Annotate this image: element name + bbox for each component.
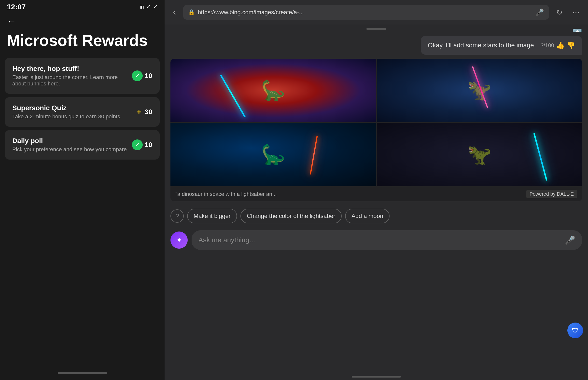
question-icon: ? [171, 209, 184, 223]
floating-action-button[interactable]: 🛡 [567, 323, 583, 338]
input-area: ✦ Ask me anything... 🎤 [165, 227, 588, 257]
ai-message-bubble: Okay, I'll add some stars to the image. … [421, 36, 582, 55]
right-panel: ‹ 🔒 https://www.bing.com/images/create/a… [165, 0, 588, 380]
home-indicator-right [352, 376, 401, 378]
browser-bar: ‹ 🔒 https://www.bing.com/images/create/a… [165, 0, 588, 24]
image-caption-text: "a dinosaur in space with a lightsaber a… [175, 191, 523, 197]
reward-title-hopstuff: Hey there, hop stuff! [12, 65, 132, 73]
thumbs-down-button[interactable]: 👎 [567, 41, 575, 49]
rating-text: ?/100 [541, 42, 554, 49]
home-indicator-left [58, 372, 107, 374]
back-button[interactable]: ← [7, 17, 16, 26]
reward-desc-supersonic: Take a 2-minute bonus quiz to earn 30 po… [12, 114, 135, 120]
check-badge-icon-2: ✓ [132, 139, 143, 150]
chip-make-bigger[interactable]: Make it bigger [187, 209, 237, 223]
reward-value-2: 10 [145, 141, 152, 149]
lock-icon: 🔒 [188, 9, 195, 16]
reward-badge-hopstuff: ✓ 10 [132, 71, 152, 81]
reward-desc-hopstuff: Easter is just around the corner. Learn … [12, 74, 132, 87]
status-icons-left: in ✓ ✓ [140, 4, 158, 10]
reload-button[interactable]: ↻ [554, 7, 565, 18]
ai-message-text: Okay, I'll add some stars to the image. [428, 41, 535, 49]
status-time: 12:07 [7, 3, 26, 11]
dino-image-3: 🦕 [171, 123, 376, 187]
text-input-container[interactable]: Ask me anything... 🎤 [192, 230, 582, 250]
dino-emoji-3: 🦕 [261, 143, 285, 166]
grid-cell-2[interactable]: 🦖 [377, 59, 582, 122]
left-panel: 12:07 in ✓ ✓ ← Microsoft Rewards Hey the… [0, 0, 165, 380]
image-caption-area: "a dinosaur in space with a lightsaber a… [171, 186, 582, 201]
check-icon-2: ✓ [153, 4, 158, 10]
browser-back-button[interactable]: ‹ [171, 6, 178, 19]
reward-info-hopstuff: Hey there, hop stuff! Easter is just aro… [12, 65, 132, 87]
reward-info-dailypoll: Daily poll Pick your preference and see … [12, 137, 132, 153]
grid-cell-3[interactable]: 🦕 [171, 123, 376, 187]
sheet-handle [367, 28, 386, 30]
reward-value-0: 10 [145, 72, 152, 80]
voice-input-button[interactable]: 🎤 [565, 235, 575, 245]
plus-badge-icon: ＋ [135, 107, 143, 117]
reward-title-supersonic: Supersonic Quiz [12, 104, 135, 112]
check-badge-icon-0: ✓ [132, 71, 143, 81]
floating-btn-icon: 🛡 [572, 326, 579, 335]
chip-change-color[interactable]: Change the color of the lightsaber [240, 209, 342, 223]
reward-badge-supersonic: ＋ 30 [135, 107, 152, 117]
avatar-icon: ✦ [176, 235, 182, 245]
more-button[interactable]: ⋯ [570, 7, 582, 18]
left-nav: ← [0, 13, 165, 26]
reward-item-dailypoll[interactable]: Daily poll Pick your preference and see … [5, 130, 160, 160]
dino-emoji-1: 🦕 [261, 79, 285, 102]
dino-image-4: 🦖 [377, 123, 582, 187]
reward-item-supersonic[interactable]: Supersonic Quiz Take a 2-minute bonus qu… [5, 97, 160, 127]
reward-list: Hey there, hop stuff! Easter is just aro… [0, 58, 165, 160]
chat-content: Okay, I'll add some stars to the image. … [165, 32, 588, 380]
address-mic-icon[interactable]: 🎤 [535, 8, 544, 17]
address-bar[interactable]: 🔒 https://www.bing.com/images/create/a-.… [183, 5, 549, 20]
dino-emoji-4: 🦖 [467, 143, 492, 166]
message-rating: ?/100 👍 👎 [541, 41, 575, 49]
linkedin-icon: in [140, 4, 144, 10]
image-grid: 🦕 🦖 🦕 🦖 [171, 59, 582, 186]
page-title: Microsoft Rewards [0, 26, 165, 58]
dino-image-2: 🦖 [377, 59, 582, 122]
dino-emoji-2: 🦖 [467, 79, 492, 102]
reward-item-hopstuff[interactable]: Hey there, hop stuff! Easter is just aro… [5, 58, 160, 94]
reward-desc-dailypoll: Pick your preference and see how you com… [12, 146, 132, 153]
address-text: https://www.bing.com/images/create/a-... [198, 9, 532, 16]
thumbs-up-button[interactable]: 👍 [556, 41, 565, 49]
sheet-handle-container [165, 24, 588, 32]
check-icon-1: ✓ [146, 4, 151, 10]
reward-badge-dailypoll: ✓ 10 [132, 139, 152, 150]
grid-cell-1[interactable]: 🦕 [171, 59, 376, 122]
grid-cell-4[interactable]: 🦖 [377, 123, 582, 187]
dino-image-1: 🦕 [171, 59, 376, 122]
chip-add-moon[interactable]: Add a moon [345, 209, 390, 223]
reward-info-supersonic: Supersonic Quiz Take a 2-minute bonus qu… [12, 104, 135, 120]
dall-e-badge: Powered by DALL·E [526, 190, 577, 198]
reward-value-1: 30 [145, 108, 152, 116]
reward-title-dailypoll: Daily poll [12, 137, 132, 145]
suggestion-row: ? Make it bigger Change the color of the… [165, 205, 588, 227]
image-grid-container: 🦕 🦖 🦕 🦖 [171, 59, 582, 201]
status-bar-left: 12:07 in ✓ ✓ [0, 0, 165, 13]
assistant-avatar: ✦ [171, 231, 188, 249]
input-placeholder: Ask me anything... [198, 236, 255, 244]
